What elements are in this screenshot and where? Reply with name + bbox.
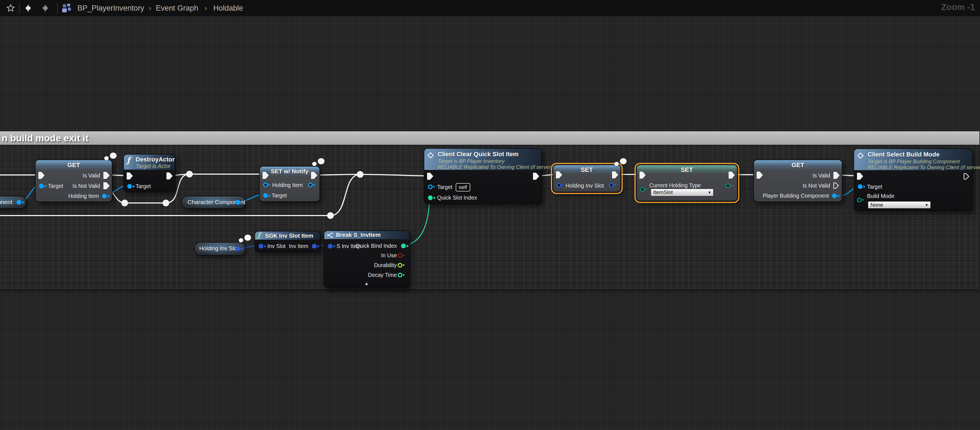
enum-dropdown[interactable]: None ▼ [868,201,931,209]
exec-out-pin[interactable] [533,173,539,180]
holding-inv-slot-out-pin[interactable] [609,183,614,187]
node-get-player-building-component[interactable]: GET Is Valid Is Not Valid Player Buildin… [753,160,842,202]
current-holding-type-in-pin[interactable] [640,187,645,192]
node-title: SET [637,166,737,174]
event-diamond-icon: ◇ [428,151,434,159]
pin-label: Current Holding Type [649,182,701,189]
exec-in-pin[interactable] [857,173,863,180]
pin-label: Inv Slot [267,243,286,249]
node-subtitle: Target is BP Player Inventory [438,158,504,164]
node-get-holding-item[interactable]: GET Is Valid Target Is Not Valid Holding… [35,160,112,202]
pin-label: Is Not Valid [803,182,830,189]
holding-item-in-pin[interactable] [263,182,268,187]
forward-arrow-icon[interactable] [41,4,50,13]
holding-item-pin[interactable] [102,194,107,198]
pin-label: Holding Inv Slot [566,182,604,189]
graph-canvas[interactable]: n build mode exit it [0,0,980,430]
pin-label: In Use [381,252,397,259]
dropdown-caret-icon: ▼ [708,189,711,196]
reroute-node[interactable] [121,200,128,206]
pin-label: Target [48,182,63,189]
in-use-pin[interactable] [398,253,402,258]
node-set-current-holding-type[interactable]: SET Current Holding Type ItemSlot ▼ [636,165,738,201]
node-client-clear-quick-slot-item[interactable]: ◇ Client Clear Quick Slot Item Target is… [424,148,542,204]
exec-out-pin[interactable] [167,173,173,179]
output-pin[interactable] [235,200,240,205]
comment-bubble-icon[interactable] [238,235,251,245]
decay-time-pin[interactable] [398,273,402,278]
exec-out-pin-is-not-valid[interactable] [103,182,110,189]
s-inv-item-pin[interactable] [328,244,332,249]
node-subtitle: RELIABLE Replicated To Owning Client (if… [438,164,553,170]
node-title: GET [36,162,112,169]
target-pin[interactable] [127,184,132,189]
pin-label: Target [272,192,287,199]
holding-item-out-pin[interactable] [308,182,313,187]
node-sgk-inv-slot-item[interactable]: ƒ SGK Inv Slot Item Inv Slot Inv Item [255,231,321,252]
quick-slot-index-pin[interactable] [428,195,433,200]
breadcrumb-separator: › [205,4,207,13]
node-title: Client Clear Quick Slot Item [438,151,519,158]
pin-label: Is Valid [83,172,100,179]
inv-slot-pin[interactable] [259,244,263,249]
exec-out-pin[interactable] [963,173,970,180]
collapse-arrow-icon[interactable]: ▲ [364,281,369,286]
current-holding-type-out-pin[interactable] [725,183,730,188]
quick-bind-index-pin[interactable] [401,244,406,248]
exec-in-pin[interactable] [127,173,133,179]
comment-bubble-icon[interactable] [312,158,325,168]
pin-label: Target [437,184,452,190]
exec-out-pin-is-valid[interactable] [834,172,840,179]
target-pin[interactable] [858,184,862,189]
breadcrumb-toolbar: BP_PlayerInventory › Event Graph › Holda… [0,0,980,16]
exec-out-pin-is-valid[interactable] [103,172,110,179]
breadcrumb-blueprint[interactable]: BP_PlayerInventory [77,4,144,13]
pin-label: Holding Item [68,193,99,199]
reroute-node[interactable] [186,171,193,178]
build-mode-pin[interactable] [857,198,862,202]
durability-pin[interactable] [398,263,402,268]
player-building-component-pin[interactable] [832,194,837,198]
pin-label: Quick Bind Index [356,243,397,249]
node-title: SET w/ Notify [260,168,320,175]
node-set-holding-inv-slot[interactable]: SET Holding Inv Slot [553,165,621,192]
node-holding-inv-slot[interactable]: Holding Inv Slot [194,242,245,255]
node-character-component-clipped[interactable]: ponent [0,196,26,209]
comment-bubble-icon[interactable] [104,152,116,163]
back-arrow-icon[interactable] [24,4,32,13]
zoom-indicator: Zoom -1 [941,2,975,12]
holding-inv-slot-in-pin[interactable] [557,183,561,187]
reroute-node[interactable] [357,171,363,178]
target-pin[interactable] [263,193,268,198]
node-character-component[interactable]: Character Component [181,196,246,209]
dropdown-caret-icon: ▼ [925,202,928,209]
exec-in-pin[interactable] [38,172,45,179]
reroute-node[interactable] [162,200,169,206]
comment-bubble-icon[interactable] [614,158,627,168]
node-title: GET [754,162,842,169]
exec-out-pin-is-not-valid[interactable] [833,182,840,189]
toolbar-divider [19,3,20,14]
node-break-s-invitem[interactable]: Break S_InvItem S Inv Item Quick Bind In… [324,230,410,288]
variable-label: ponent [0,199,12,205]
enum-dropdown-value: ItemSlot [653,189,673,195]
node-client-select-build-mode[interactable]: ◇ Client Select Build Mode Target is BP … [854,148,973,211]
node-destroy-actor[interactable]: ƒ DestroyActor Target is Actor Target [123,154,175,192]
pin-label: Quick Slot Index [437,194,477,201]
inv-item-pin[interactable] [312,244,317,249]
exec-in-pin[interactable] [427,173,433,180]
exec-in-pin[interactable] [757,171,763,179]
node-set-w-notify[interactable]: SET w/ Notify Holding Item Target [259,166,320,202]
enum-dropdown[interactable]: ItemSlot ▼ [651,189,713,196]
target-pin[interactable] [39,184,44,189]
output-pin[interactable] [236,246,240,251]
favorite-star-icon[interactable] [6,4,15,13]
node-title: Break S_InvItem [336,232,381,238]
target-default-value[interactable]: self [456,183,470,192]
blueprint-icon [62,4,72,13]
reroute-node[interactable] [327,212,334,219]
breadcrumb-holdable[interactable]: Holdable [213,4,243,13]
breadcrumb-event-graph[interactable]: Event Graph [156,4,199,13]
output-pin[interactable] [16,200,21,205]
target-pin[interactable] [428,184,433,189]
